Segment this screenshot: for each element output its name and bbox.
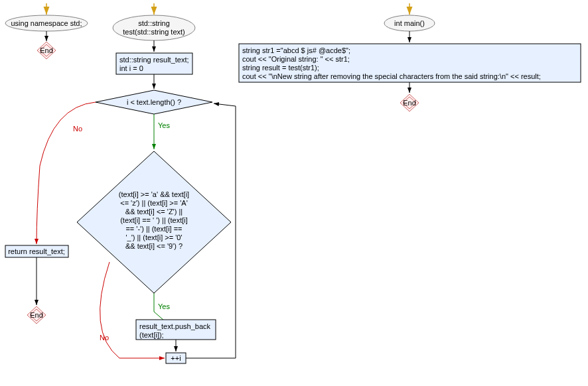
svg-text:result_text.push_back: result_text.push_back xyxy=(139,322,211,330)
end-node-3: End xyxy=(400,94,419,111)
svg-text:cout << "\nNew string after re: cout << "\nNew string after removing the… xyxy=(242,72,541,80)
svg-text:return result_text;: return result_text; xyxy=(8,247,65,255)
svg-text:End: End xyxy=(403,99,416,107)
svg-text:== '-') || (text[i] ==: == '-') || (text[i] == xyxy=(125,225,182,233)
using-namespace-label: using namespace std; xyxy=(11,19,82,27)
svg-text:int main(): int main() xyxy=(394,19,425,27)
svg-text:string result = test(str1);: string result = test(str1); xyxy=(242,64,319,72)
svg-text:Yes: Yes xyxy=(158,302,170,310)
end-node-2: End xyxy=(27,306,46,324)
end-node-1: End xyxy=(37,42,56,59)
svg-text:<= 'z') || (text[i] >= 'A': <= 'z') || (text[i] >= 'A' xyxy=(120,199,188,207)
svg-text:&& text[i] <= 'Z') ||: && text[i] <= 'Z') || xyxy=(125,208,183,216)
svg-text:Yes: Yes xyxy=(158,121,170,129)
svg-text:cout << "Original string: " <<: cout << "Original string: " << str1; xyxy=(242,55,350,63)
svg-text:++i: ++i xyxy=(171,354,181,362)
svg-text:(text[i] >= 'a' && text[i]: (text[i] >= 'a' && text[i] xyxy=(119,190,189,198)
svg-text:test(std::string text): test(std::string text) xyxy=(123,28,185,36)
svg-text:std::string result_text;: std::string result_text; xyxy=(119,56,189,64)
svg-text:int i = 0: int i = 0 xyxy=(119,64,143,72)
svg-text:End: End xyxy=(30,311,43,319)
svg-text:No: No xyxy=(100,334,109,342)
svg-text:End: End xyxy=(40,46,53,54)
svg-text:i < text.length() ?: i < text.length() ? xyxy=(127,98,181,106)
svg-text:'_') || (text[i] >= '0': '_') || (text[i] >= '0' xyxy=(125,233,182,241)
svg-text:No: No xyxy=(73,125,82,133)
svg-text:string str1 ="abcd $ js# @acde: string str1 ="abcd $ js# @acde$"; xyxy=(242,46,350,54)
svg-text:std::string: std::string xyxy=(138,19,170,27)
svg-text:(text[i] == ' ') || (text[i]: (text[i] == ' ') || (text[i] xyxy=(120,216,188,224)
flowchart-canvas: using namespace std; End std::string tes… xyxy=(0,0,588,386)
svg-text:(text[i]);: (text[i]); xyxy=(139,331,164,339)
svg-text:&& text[i] <= '9') ?: && text[i] <= '9') ? xyxy=(125,242,183,250)
